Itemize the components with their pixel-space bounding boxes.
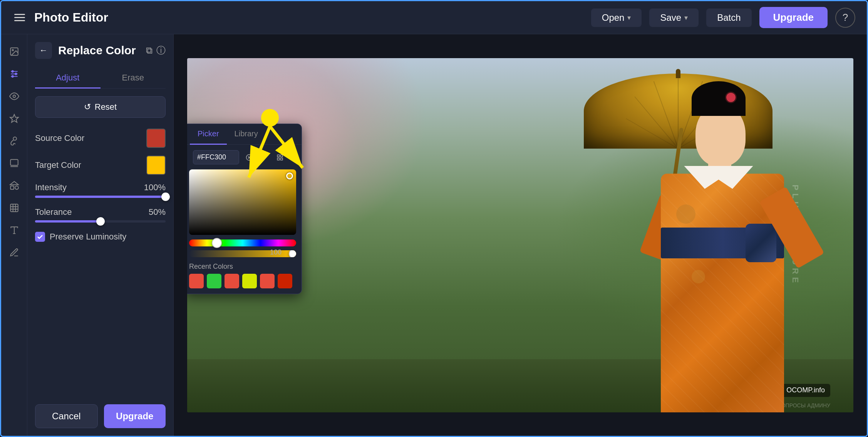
recent-color-4[interactable] <box>242 274 257 288</box>
intensity-track[interactable] <box>35 196 166 198</box>
recent-color-5[interactable] <box>260 274 275 288</box>
upgrade-panel-button[interactable]: Upgrade <box>104 404 166 428</box>
panel-footer: Cancel Upgrade <box>35 404 166 428</box>
recent-color-1[interactable] <box>189 274 204 288</box>
panel-sidebar: ← Replace Color ⧉ ⓘ Adjust Erase ↺ Reset… <box>27 34 174 436</box>
menu-icon[interactable] <box>13 12 27 23</box>
color-gradient-box[interactable] <box>189 169 296 235</box>
hue-slider[interactable] <box>189 239 296 246</box>
source-color-swatch[interactable] <box>146 129 166 148</box>
preserve-luminosity-checkbox[interactable] <box>35 232 45 242</box>
upgrade-button[interactable]: Upgrade <box>759 7 828 28</box>
intensity-slider-row: Intensity 100% <box>35 183 166 198</box>
source-color-label: Source Color <box>35 133 84 143</box>
reset-icon: ↺ <box>84 102 91 112</box>
target-color-row: Target Color <box>35 156 166 175</box>
recent-color-3[interactable] <box>225 274 239 288</box>
svg-point-8 <box>13 95 15 98</box>
color-picker-popup: Picker Library <box>187 124 302 294</box>
open-button[interactable]: Open ▾ <box>591 8 642 27</box>
preserve-luminosity-row: Preserve Luminosity <box>35 232 166 242</box>
sidebar-icon-layers[interactable] <box>5 154 24 173</box>
sidebar-icon-text[interactable] <box>5 221 24 240</box>
batch-button[interactable]: Batch <box>706 8 751 27</box>
svg-rect-13 <box>10 186 14 189</box>
intensity-label: Intensity <box>35 183 67 193</box>
info-panel-button[interactable]: ⓘ <box>156 44 166 57</box>
recent-color-6[interactable] <box>278 274 292 288</box>
ocomp-sub: ВОПРОСЫ АДМИНУ <box>778 402 830 409</box>
intensity-value: 100% <box>144 183 166 193</box>
tolerance-slider-row: Tolerance 50% <box>35 207 166 223</box>
sidebar-icon-eye[interactable] <box>5 87 24 106</box>
eyedropper-button[interactable] <box>258 151 271 164</box>
svg-point-1 <box>12 50 13 51</box>
sidebar-icon-photos[interactable] <box>5 42 24 61</box>
panel-title: Replace Color <box>58 44 140 57</box>
picker-body: 100 Recent Colors <box>187 145 302 294</box>
save-chevron-icon: ▾ <box>684 13 688 22</box>
recent-colors-row <box>189 274 296 288</box>
source-color-row: Source Color <box>35 129 166 148</box>
sidebar-icon-shapes[interactable] <box>5 176 24 195</box>
app-title: Photo Editor <box>34 10 108 25</box>
tab-bar: Adjust Erase <box>35 68 166 89</box>
svg-rect-22 <box>277 155 279 157</box>
target-color-label: Target Color <box>35 160 81 170</box>
cancel-button[interactable]: Cancel <box>35 404 98 428</box>
open-chevron-icon: ▾ <box>627 13 631 22</box>
svg-rect-11 <box>10 159 18 165</box>
svg-point-5 <box>12 70 13 72</box>
svg-rect-16 <box>10 204 18 212</box>
canvas-area[interactable]: PLUS FEATURE ✦ OCOMP.info ВОПРОСЫ АДМИНУ <box>174 34 867 436</box>
opacity-value: 100 <box>270 247 282 257</box>
svg-point-10 <box>13 137 17 141</box>
target-color-swatch[interactable] <box>146 156 166 175</box>
recent-colors-label: Recent Colors <box>189 263 296 271</box>
recent-color-2[interactable] <box>207 274 221 288</box>
main-content: ← Replace Color ⧉ ⓘ Adjust Erase ↺ Reset… <box>1 34 867 436</box>
tolerance-value: 50% <box>149 207 166 217</box>
hue-thumb <box>212 238 222 248</box>
svg-point-6 <box>15 73 17 75</box>
grid-button[interactable] <box>274 151 286 164</box>
tolerance-track[interactable] <box>35 220 166 223</box>
gradient-cursor <box>286 172 293 179</box>
opacity-thumb <box>289 250 296 257</box>
copy-panel-button[interactable]: ⧉ <box>146 45 152 56</box>
ocomp-text: OCOMP.info <box>786 386 825 394</box>
topbar: Photo Editor Open ▾ Save ▾ Batch Upgrade… <box>1 1 867 34</box>
tab-picker[interactable]: Picker <box>190 124 227 145</box>
tab-library[interactable]: Library <box>227 124 266 145</box>
sidebar-icon-paint[interactable] <box>5 131 24 151</box>
svg-rect-23 <box>281 155 283 157</box>
sidebar-icon-magic[interactable] <box>5 109 24 128</box>
back-button[interactable]: ← <box>35 42 52 59</box>
svg-point-14 <box>15 186 18 189</box>
svg-marker-15 <box>10 181 18 185</box>
eyedropper-clear-button[interactable] <box>243 151 255 164</box>
sidebar-icon-texture[interactable] <box>5 198 24 218</box>
svg-rect-24 <box>277 158 279 160</box>
tolerance-label: Tolerance <box>35 207 72 217</box>
sidebar-icon-adjustments[interactable] <box>5 64 24 84</box>
tab-erase[interactable]: Erase <box>101 68 166 89</box>
panel-actions: ⧉ ⓘ <box>146 44 166 57</box>
photo-canvas: PLUS FEATURE ✦ OCOMP.info ВОПРОСЫ АДМИНУ <box>187 58 853 412</box>
svg-point-7 <box>12 75 13 77</box>
picker-tab-bar: Picker Library <box>187 124 302 145</box>
add-color-button[interactable] <box>289 151 302 164</box>
picker-tools <box>243 151 302 164</box>
hex-row <box>189 150 296 165</box>
svg-marker-9 <box>10 114 18 122</box>
sidebar-icon-draw[interactable] <box>5 243 24 262</box>
hex-input[interactable] <box>193 150 239 164</box>
icon-sidebar <box>1 34 27 436</box>
svg-rect-25 <box>281 158 283 160</box>
preserve-luminosity-label: Preserve Luminosity <box>50 232 126 242</box>
tab-adjust[interactable]: Adjust <box>35 68 101 89</box>
save-button[interactable]: Save ▾ <box>649 8 699 27</box>
reset-button[interactable]: ↺ Reset <box>35 96 166 118</box>
app-frame: Photo Editor Open ▾ Save ▾ Batch Upgrade… <box>0 0 868 437</box>
help-button[interactable]: ? <box>835 8 855 28</box>
